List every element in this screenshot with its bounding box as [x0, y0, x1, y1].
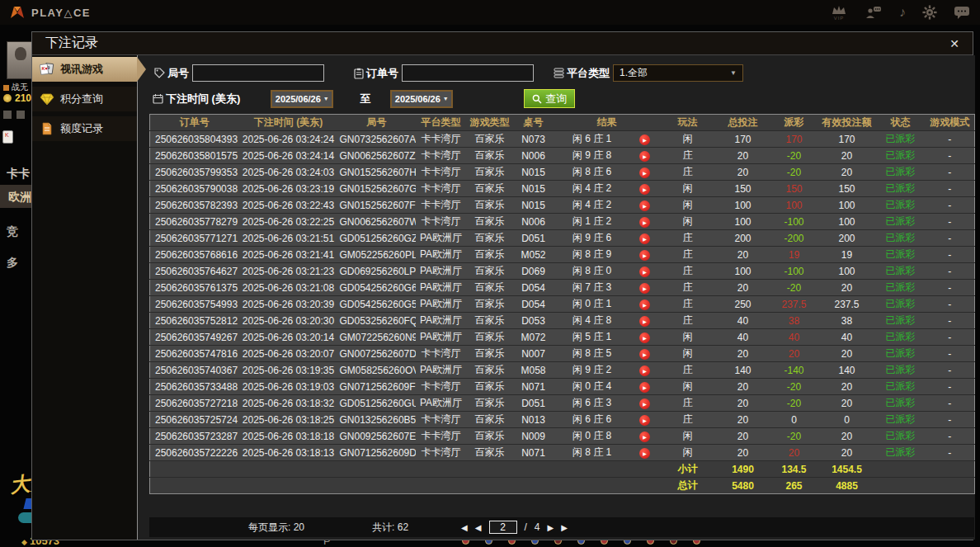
lobby-nav-item[interactable]: 多	[7, 256, 18, 271]
tab-video-games[interactable]: 9 K♥ 视讯游戏	[32, 57, 137, 82]
cell-result: 闲 9 庄 8	[554, 148, 630, 164]
cell-replay: ▶	[630, 296, 660, 313]
replay-video-icon[interactable]: ▶	[639, 332, 650, 343]
replay-video-icon[interactable]: ▶	[639, 200, 650, 211]
cell-table-no: N007	[513, 346, 554, 362]
platform-type-label: 平台类型	[567, 66, 610, 81]
last-page-icon[interactable]: ▶	[561, 523, 568, 532]
cell-round-id: GN0062562607W	[338, 214, 416, 230]
clipboard-icon	[354, 68, 364, 79]
table-row: 250626035804393 2025-06-26 03:24:24 GN07…	[150, 131, 975, 148]
cell-result: 闲 7 庄 3	[554, 280, 630, 296]
replay-video-icon[interactable]: ▶	[639, 382, 650, 393]
table-row: 250626035764627 2025-06-26 03:21:23 GD06…	[150, 263, 975, 280]
cell-play-type: 闲	[660, 131, 716, 148]
lobby-nav-item[interactable]: 竞	[7, 224, 18, 239]
cell-bet-time: 2025-06-26 03:18:18	[239, 428, 338, 445]
cell-round-id: GN013256260B5	[338, 412, 416, 428]
search-button[interactable]: 查询	[524, 89, 575, 108]
prev-page-icon[interactable]: ◀	[475, 523, 482, 532]
cell-round-id: GN0152562607H	[338, 164, 416, 181]
cell-order-id: 250626035790038	[150, 181, 239, 197]
cell-game-mode: -	[926, 263, 975, 280]
cell-valid-bet: 140	[818, 362, 876, 379]
replay-video-icon[interactable]: ▶	[639, 167, 650, 178]
page-number-input[interactable]: 2	[489, 521, 517, 534]
replay-video-icon[interactable]: ▶	[639, 415, 650, 426]
search-button-label: 查询	[545, 92, 567, 106]
round-number-label: 局号	[167, 66, 189, 81]
music-icon[interactable]: ♪	[899, 6, 906, 19]
replay-video-icon[interactable]: ▶	[639, 398, 650, 409]
cell-total-bet: 20	[716, 280, 770, 296]
cell-order-id: 250626035782393	[150, 197, 239, 214]
cell-status: 已派彩	[876, 247, 926, 263]
cell-result: 闲 1 庄 2	[554, 214, 630, 230]
platform-type-select[interactable]: 1.全部 ▼	[613, 64, 743, 82]
replay-video-icon[interactable]: ▶	[639, 283, 650, 294]
avatar[interactable]	[7, 41, 35, 79]
replay-video-icon[interactable]: ▶	[639, 217, 650, 228]
cell-bet-time: 2025-06-26 03:22:25	[239, 214, 338, 230]
tab-points-query[interactable]: 积分查询	[32, 87, 137, 111]
cell-payout: 100	[770, 197, 818, 214]
cell-table-no: D053	[513, 313, 554, 329]
replay-video-icon[interactable]: ▶	[639, 266, 650, 277]
replay-video-icon[interactable]: ▶	[639, 299, 650, 310]
cell-table-no: N071	[513, 379, 554, 395]
replay-video-icon[interactable]: ▶	[639, 448, 650, 459]
close-icon[interactable]: ✕	[949, 37, 959, 50]
cell-bet-time: 2025-06-26 03:18:13	[239, 445, 338, 461]
replay-video-icon[interactable]: ▶	[639, 134, 650, 145]
replay-video-icon[interactable]: ▶	[639, 316, 650, 327]
cell-game-mode: -	[926, 296, 975, 313]
replay-video-icon[interactable]: ▶	[639, 349, 650, 360]
replay-video-icon[interactable]: ▶	[639, 233, 650, 244]
lobby-nav-item[interactable]: 卡卡	[7, 167, 30, 182]
cell-order-id: 250626035727218	[150, 395, 239, 412]
tab-label: 额度记录	[60, 121, 103, 136]
date-from-value: 2025/06/26	[276, 94, 321, 104]
cell-table-no: D054	[513, 280, 554, 296]
cell-game-type: 百家乐	[467, 280, 513, 296]
date-from-select[interactable]: 2025/06/26 ▼	[271, 90, 333, 108]
cell-bet-time: 2025-06-26 03:24:14	[239, 148, 338, 164]
cell-game-mode: -	[926, 379, 975, 395]
first-page-icon[interactable]: ◀	[461, 523, 468, 532]
modal-sidebar: 9 K♥ 视讯游戏 积分查询	[32, 55, 138, 540]
next-page-icon[interactable]: ▶	[548, 523, 554, 532]
cell-play-type: 庄	[660, 362, 716, 379]
cell-total-bet: 140	[716, 362, 770, 379]
cell-round-id: GM052256260PL	[338, 247, 416, 263]
cell-valid-bet: 237.5	[818, 296, 876, 313]
vip-icon[interactable]: VIP	[830, 5, 848, 21]
cell-game-type: 百家乐	[467, 131, 513, 148]
tab-quota-records[interactable]: 额度记录	[32, 116, 137, 141]
replay-video-icon[interactable]: ▶	[639, 431, 650, 442]
date-to-select[interactable]: 2025/06/26 ▼	[390, 90, 453, 108]
chevron-down-icon: ▼	[323, 96, 329, 101]
cell-total-bet: 170	[716, 131, 770, 148]
replay-video-icon[interactable]: ▶	[639, 151, 650, 162]
cell-valid-bet: 20	[818, 164, 876, 181]
replay-video-icon[interactable]: ▶	[639, 184, 650, 195]
replay-video-icon[interactable]: ▶	[639, 250, 650, 261]
order-number-input[interactable]	[402, 64, 534, 82]
cell-game-mode: -	[926, 148, 975, 164]
username-label: 战无	[3, 82, 28, 93]
cell-round-id: GM058256260OV	[338, 362, 416, 379]
replay-video-icon[interactable]: ▶	[639, 365, 650, 376]
cell-platform: PA欧洲厅	[416, 362, 467, 379]
cell-platform: PA欧洲厅	[416, 230, 467, 247]
cell-table-no: N073	[513, 131, 554, 148]
cell-total-bet: 20	[716, 395, 770, 412]
chat-icon[interactable]	[954, 6, 970, 20]
cell-total-bet: 150	[716, 181, 770, 197]
round-number-input[interactable]	[192, 64, 324, 82]
customer-service-icon[interactable]	[865, 5, 883, 20]
cell-result: 闲 8 庄 9	[554, 247, 630, 263]
cell-result: 闲 5 庄 1	[554, 329, 630, 346]
settings-gear-icon[interactable]	[922, 5, 937, 20]
cell-payout: 40	[770, 329, 818, 346]
cell-replay: ▶	[630, 428, 660, 445]
